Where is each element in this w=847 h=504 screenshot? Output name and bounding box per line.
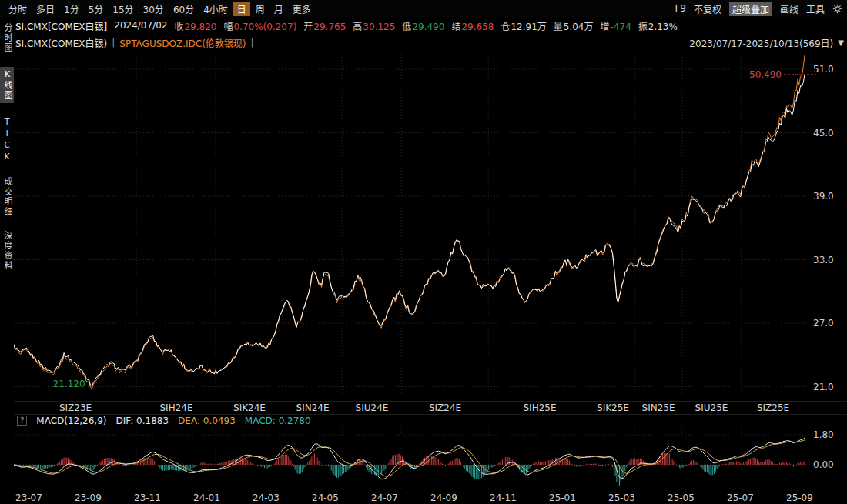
sidebar-item-分时图[interactable]: 分时图 <box>1 23 13 53</box>
toolbar-right: F9不复权超级叠加画线工具 <box>675 2 842 16</box>
contract-label-SIN24E: SIN24E <box>296 402 330 413</box>
time-label-25-03: 25-03 <box>608 492 635 503</box>
period-tab-15分[interactable]: 15分 <box>109 2 137 16</box>
quote-fields: 收29.820幅0.70%(0.207)开29.765高30.125低29.49… <box>174 19 677 32</box>
svg-text:39.0: 39.0 <box>813 191 834 202</box>
sidebar-item-深度资料[interactable]: 深度资料 <box>1 231 13 271</box>
period-tab-多日[interactable]: 多日 <box>32 2 59 16</box>
time-label-24-07: 24-07 <box>371 492 398 503</box>
quote-field-增: 增-474 <box>601 19 631 32</box>
separator: | <box>112 37 115 48</box>
time-axis: 23-0723-0923-1124-0124-0324-0524-0724-09… <box>14 491 847 504</box>
svg-text:21.120: 21.120 <box>53 379 85 389</box>
contract-label-SIH24E: SIH24E <box>159 402 192 413</box>
sidebar-item-成交明细[interactable]: 成交明细 <box>1 177 13 217</box>
period-tab-60分[interactable]: 60分 <box>169 2 198 16</box>
quote-field-振: 振2.13% <box>638 19 678 32</box>
period-tab-周[interactable]: 周 <box>252 2 269 16</box>
period-tab-分时[interactable]: 分时 <box>5 2 31 16</box>
quote-field-结: 结29.658 <box>451 19 494 32</box>
time-label-25-09: 25-09 <box>786 492 813 503</box>
primary-series-label[interactable]: SI.CMX(COMEX白银) <box>15 36 107 49</box>
tools-button[interactable]: 工具 <box>806 2 825 15</box>
svg-text:0.00: 0.00 <box>813 459 834 470</box>
svg-text:50.490: 50.490 <box>749 69 782 80</box>
contract-label-SIU25E: SIU25E <box>695 402 728 413</box>
quote-field-低: 低29.490 <box>402 19 444 32</box>
period-tab-5分[interactable]: 5分 <box>85 2 108 16</box>
quote-field-幅: 幅0.70%(0.207) <box>223 19 296 32</box>
period-tab-4小时[interactable]: 4小时 <box>199 2 232 16</box>
time-label-24-03: 24-03 <box>253 492 280 503</box>
contract-label-SIK25E: SIK25E <box>597 402 629 413</box>
help-icon[interactable]: ? <box>17 416 27 426</box>
separator: | <box>251 37 254 48</box>
period-toolbar: 分时多日1分5分15分30分60分4小时日周月更多 F9不复权超级叠加画线工具 <box>0 0 847 17</box>
macd-dif-readout: DIF: 0.1883 <box>116 416 169 426</box>
macd-chart[interactable]: 1.800.00 <box>14 426 847 491</box>
contract-label-SIZ23E: SIZ23E <box>59 402 92 413</box>
period-tab-更多[interactable]: 更多 <box>289 2 315 16</box>
price-chart[interactable]: 51.045.039.033.027.021.050.49021.120 <box>14 51 847 401</box>
svg-text:27.0: 27.0 <box>813 318 834 329</box>
time-label-24-09: 24-09 <box>430 492 457 503</box>
time-label-24-11: 24-11 <box>490 492 517 503</box>
svg-text:51.0: 51.0 <box>813 64 834 75</box>
svg-text:33.0: 33.0 <box>813 255 834 265</box>
quote-field-开: 开29.765 <box>303 19 346 32</box>
symbol-name: SI.CMX[COMEX白银] <box>15 19 107 32</box>
period-tab-月[interactable]: 月 <box>270 2 287 16</box>
sidebar-item-K线图[interactable]: K线图 <box>0 67 14 103</box>
draw-line-button[interactable]: 画线 <box>780 2 798 15</box>
contract-label-SIK24E: SIK24E <box>233 402 266 413</box>
svg-text:1.80: 1.80 <box>813 429 834 440</box>
overlay-bar: SI.CMX(COMEX白银) | SPTAGUSDOZ.IDC(伦敦银现) |… <box>14 34 847 51</box>
quote-bar: SI.CMX[COMEX白银] 2024/07/02 收29.820幅0.70%… <box>14 17 847 34</box>
adjust-mode-button[interactable]: 不复权 <box>694 2 721 15</box>
contract-label-SIZ24E: SIZ24E <box>429 402 461 413</box>
time-label-25-05: 25-05 <box>668 492 695 503</box>
contract-axis: SIZ23ESIH24ESIK24ESIN24ESIU24ESIZ24ESIH2… <box>14 401 847 414</box>
time-label-23-07: 23-07 <box>15 492 42 503</box>
time-label-25-01: 25-01 <box>549 492 576 503</box>
time-label-25-07: 25-07 <box>727 492 754 503</box>
macd-hist-readout: MACD: 0.2780 <box>245 416 311 426</box>
time-label-23-09: 23-09 <box>75 492 102 503</box>
quote-field-高: 高30.125 <box>353 19 395 32</box>
date-range-label[interactable]: 2023/07/17-2025/10/13(569日) <box>689 36 833 49</box>
contract-label-SIN25E: SIN25E <box>642 402 675 413</box>
dropdown-caret-icon[interactable]: ▼ <box>838 38 844 47</box>
macd-title[interactable]: MACD(12,26,9) <box>36 416 106 426</box>
f9-button[interactable]: F9 <box>675 3 686 14</box>
time-label-23-11: 23-11 <box>134 492 161 503</box>
period-tab-30分[interactable]: 30分 <box>139 2 168 16</box>
settings-gear-icon[interactable] <box>832 4 842 14</box>
period-tabs: 分时多日1分5分15分30分60分4小时日周月更多 <box>5 2 315 16</box>
contract-label-SIH25E: SIH25E <box>523 402 556 413</box>
macd-header: ? MACD(12,26,9) DIF: 0.1883 DEA: 0.0493 … <box>14 414 847 426</box>
quote-field-仓: 仓12.91万 <box>500 19 546 32</box>
quote-field-量: 量5.04万 <box>554 19 594 32</box>
secondary-series-label[interactable]: SPTAGUSDOZ.IDC(伦敦银现) <box>119 36 246 49</box>
macd-dea-readout: DEA: 0.0493 <box>178 416 236 426</box>
period-tab-日[interactable]: 日 <box>233 2 250 16</box>
contract-label-SIU24E: SIU24E <box>356 402 389 413</box>
sidebar-item-TICK[interactable]: TICK <box>2 117 12 163</box>
contract-label-SIZ25E: SIZ25E <box>757 402 789 413</box>
view-sidebar: 分时图K线图TICK成交明细深度资料 <box>0 17 14 504</box>
period-tab-1分[interactable]: 1分 <box>60 2 83 16</box>
time-label-24-01: 24-01 <box>193 492 220 503</box>
quote-field-收: 收29.820 <box>174 19 216 32</box>
time-label-24-05: 24-05 <box>312 492 339 503</box>
svg-text:45.0: 45.0 <box>813 128 834 139</box>
super-overlay-button[interactable]: 超级叠加 <box>729 2 772 16</box>
quote-date: 2024/07/02 <box>114 20 167 31</box>
svg-text:21.0: 21.0 <box>813 382 834 392</box>
